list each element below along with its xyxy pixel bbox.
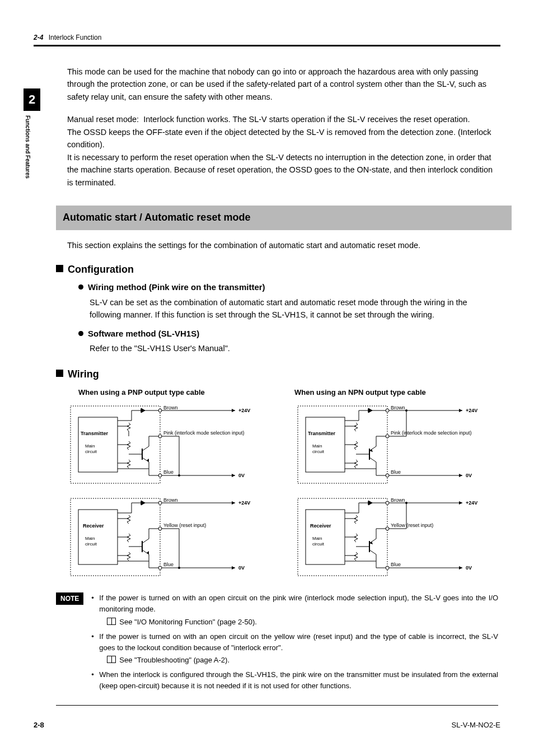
npn-receiver-diagram: Receiver Main circuit [294,495,502,579]
svg-text:Main: Main [312,444,322,449]
svg-point-82 [158,501,162,505]
content: This mode can be used for the machine th… [67,66,498,706]
svg-rect-100 [298,498,387,576]
svg-point-17 [158,435,162,438]
svg-point-84 [158,566,162,570]
note-1-ref: See "I/O Monitoring Function" (page 2-50… [99,617,498,628]
pnp-receiver-diagram: Receiver Main circuit [67,495,274,579]
npn-receiver-column: Receiver Main circuit [294,495,502,582]
svg-point-50 [386,435,389,438]
chapter-tab: 2 [24,88,40,111]
book-icon [107,656,116,663]
note-item-2: If the power is turned on with an open c… [91,631,498,666]
svg-text:Transmitter: Transmitter [81,431,109,436]
svg-text:+24V: +24V [238,500,250,506]
note-item-3: When the interlock is configured through… [91,669,498,692]
doc-code: SL-V-M-NO2-E [452,721,500,729]
intro-p2: Manual reset mode: Interlock function wo… [67,113,498,125]
note-tag: NOTE [56,592,83,605]
square-bullet-icon [56,370,63,377]
svg-text:Blue: Blue [391,469,401,475]
software-method-title: Software method (SL-VH1S) [88,329,199,338]
svg-text:Pink (interlock mode selection: Pink (interlock mode selection input) [163,430,245,436]
svg-point-49 [386,409,389,412]
svg-text:Blue: Blue [391,562,401,567]
svg-text:+24V: +24V [238,408,250,413]
svg-text:circuit: circuit [85,449,97,454]
svg-rect-101 [306,510,345,564]
pnp-transmitter-diagram: Transmitter Main circuit [67,403,274,487]
page: 2-4 Interlock Function 2 Functions and F… [0,0,534,756]
svg-text:Yellow (reset input): Yellow (reset input) [391,522,433,528]
chapter-label: Functions and Features [25,115,31,179]
pnp-receiver-column: Receiver Main circuit [67,495,274,582]
band-intro: This section explains the settings for t… [67,239,498,251]
note-3-text: When the interlock is configured through… [99,670,498,690]
svg-text:+24V: +24V [466,408,477,413]
config-heading: Configuration [56,262,498,278]
section-title: Interlock Function [49,34,102,41]
diagram-row-top: When using a PNP output type cable Trans… [67,387,498,491]
note-2-ref: See "Troubleshooting" (page A-2). [99,655,498,666]
svg-text:0V: 0V [466,565,472,571]
dot-bullet-icon [78,284,83,290]
note-1-text: If the power is turned on with an open c… [99,594,498,613]
svg-text:Brown: Brown [163,405,178,410]
svg-text:0V: 0V [238,473,245,478]
svg-text:circuit: circuit [312,542,325,547]
config-heading-text: Configuration [68,264,134,275]
svg-text:Main: Main [85,444,95,449]
svg-point-51 [386,474,389,477]
section-band: Automatic start / Automatic reset mode [56,206,512,230]
config-body: Wiring method (Pink wire on the transmit… [78,281,498,354]
svg-point-115 [386,501,389,505]
svg-line-48 [369,458,376,462]
svg-text:Receiver: Receiver [310,523,331,529]
svg-rect-0 [71,406,160,483]
svg-point-116 [386,527,389,530]
svg-text:Transmitter: Transmitter [308,431,336,436]
svg-point-98 [178,567,180,569]
software-method-text: Refer to the "SL-VH1S User's Manual". [90,342,498,354]
svg-point-117 [386,566,389,570]
pnp-column: When using a PNP output type cable Trans… [67,387,274,491]
intro-p4: It is necessary to perform the reset ope… [67,151,498,189]
svg-text:Brown: Brown [163,497,178,503]
footer: 2-8 SL-V-M-NO2-E [34,721,500,729]
svg-text:Blue: Blue [163,562,174,567]
npn-title: When using an NPN output type cable [294,387,502,398]
note-block: NOTE If the power is turned on with an o… [56,592,498,695]
dot-bullet-icon [78,331,83,336]
section-number: 2-4 [34,34,43,41]
square-bullet-icon [56,265,63,272]
note-2-ref-text: See "Troubleshooting" (page A-2). [119,656,229,664]
svg-text:+24V: +24V [466,500,477,506]
header-rule [34,45,500,46]
svg-text:Pink (interlock mode selection: Pink (interlock mode selection input) [391,430,472,436]
svg-text:circuit: circuit [312,449,325,454]
svg-rect-35 [306,417,345,472]
book-icon [107,618,116,625]
wiring-heading-text: Wiring [68,368,99,380]
diagram-row-bottom: Receiver Main circuit [67,495,498,582]
intro-p3: The OSSD keeps the OFF-state even if the… [67,126,498,151]
svg-text:0V: 0V [238,565,245,571]
svg-line-14 [142,446,149,451]
mode-desc: Interlock function works. The SL-V start… [143,115,470,124]
svg-text:Yellow (reset input): Yellow (reset input) [163,522,206,528]
svg-rect-1 [78,417,118,472]
svg-text:Brown: Brown [391,405,405,410]
svg-text:Main: Main [312,536,322,541]
svg-text:Brown: Brown [391,497,405,503]
note-1-ref-text: See "I/O Monitoring Function" (page 2-50… [119,618,257,626]
wiring-method-text: SL-V can be set as the combination of au… [90,296,498,321]
svg-text:Receiver: Receiver [83,523,104,529]
svg-point-32 [178,474,180,477]
wiring-heading: Wiring [56,367,498,382]
svg-rect-68 [78,510,118,564]
npn-column: When using an NPN output type cable Tran… [294,387,502,491]
svg-rect-67 [71,498,160,576]
svg-text:0V: 0V [466,473,472,478]
npn-transmitter-diagram: Transmitter Main circuit [294,403,502,487]
svg-point-18 [158,474,162,477]
